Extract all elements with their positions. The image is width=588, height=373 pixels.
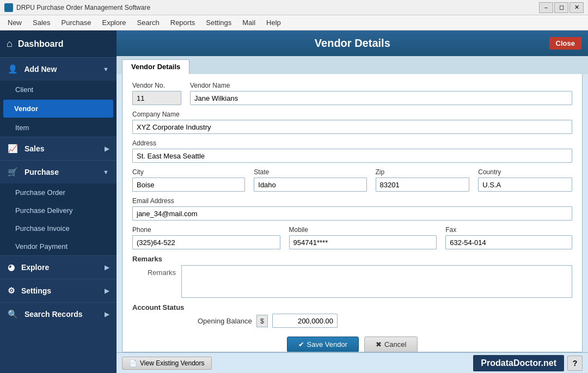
sales-label: Sales: [24, 144, 45, 153]
sidebar-add-new-header[interactable]: 👤 Add New ▼: [0, 58, 117, 81]
vendor-no-input[interactable]: [132, 91, 181, 105]
save-icon: ✔: [298, 340, 304, 348]
main-layout: ⌂ Dashboard 👤 Add New ▼ Client Vendor It…: [0, 30, 588, 373]
add-new-arrow: ▼: [103, 66, 109, 72]
sidebar-item-vendor-payment[interactable]: Vendor Payment: [0, 237, 117, 255]
sidebar-search-records-header[interactable]: 🔍 Search Records ▶: [0, 303, 117, 326]
search-records-icon: 🔍: [8, 309, 18, 319]
menu-reports[interactable]: Reports: [165, 16, 201, 29]
sidebar-settings-header[interactable]: ⚙ Settings ▶: [0, 279, 117, 302]
sidebar-section-settings: ⚙ Settings ▶: [0, 279, 117, 302]
cancel-button[interactable]: ✖ Cancel: [364, 337, 418, 352]
vendor-no-group: Vendor No.: [132, 82, 181, 105]
view-vendors-label: View Existing Vendors: [140, 359, 205, 367]
country-label: Country: [478, 168, 572, 176]
cancel-icon: ✖: [376, 340, 382, 348]
city-input[interactable]: [132, 178, 245, 192]
close-button[interactable]: Close: [549, 37, 581, 50]
address-label: Address: [132, 139, 572, 147]
vendor-name-input[interactable]: [190, 91, 572, 105]
sales-arrow: ▶: [105, 145, 109, 152]
zip-group: Zip: [376, 168, 470, 192]
vendor-form: Vendor No. Vendor Name Company Name Addr…: [122, 74, 583, 352]
save-label: Save Vendor: [307, 340, 347, 348]
phone-mobile-fax-row: Phone Mobile Fax: [132, 226, 572, 249]
app-icon: [4, 3, 13, 12]
city-label: City: [132, 168, 245, 176]
email-label: Email Address: [132, 197, 572, 205]
email-input[interactable]: [132, 206, 572, 221]
window-close-button[interactable]: ✕: [569, 2, 584, 13]
minimize-button[interactable]: −: [539, 2, 553, 13]
sidebar-purchase-header[interactable]: 🛒 Purchase ▼: [0, 161, 117, 184]
address-input[interactable]: [132, 149, 572, 163]
country-input[interactable]: [478, 178, 572, 192]
phone-label: Phone: [132, 226, 280, 234]
vendor-name-label: Vendor Name: [190, 82, 572, 89]
tab-vendor-details[interactable]: Vendor Details: [122, 59, 189, 74]
sidebar-item-purchase-invoice[interactable]: Purchase Invoice: [0, 219, 117, 237]
sidebar-item-purchase-delivery[interactable]: Purchase Delivery: [0, 201, 117, 219]
account-status-title: Account Status: [132, 303, 572, 311]
menu-sales[interactable]: Sales: [27, 16, 56, 29]
view-existing-vendors-button[interactable]: 📄 View Existing Vendors: [122, 357, 212, 370]
title-bar-controls: − ◻ ✕: [539, 2, 584, 13]
opening-balance-row: Opening Balance $: [132, 314, 572, 328]
company-name-input[interactable]: [132, 120, 572, 134]
state-input[interactable]: [254, 178, 366, 192]
sidebar-explore-header[interactable]: ◕ Explore ▶: [0, 256, 117, 279]
add-new-subitems: Client Vendor Item: [0, 81, 117, 137]
add-new-label: Add New: [24, 65, 57, 74]
sidebar-item-client[interactable]: Client: [0, 81, 117, 99]
sidebar-dashboard[interactable]: ⌂ Dashboard: [0, 30, 117, 57]
menu-new[interactable]: New: [2, 16, 27, 29]
vendor-no-label: Vendor No.: [132, 82, 181, 89]
sidebar-sales-header[interactable]: 📈 Sales ▶: [0, 137, 117, 160]
settings-arrow: ▶: [105, 288, 109, 295]
menu-help[interactable]: Help: [261, 16, 286, 29]
remarks-row: Remarks: [132, 265, 572, 298]
vendor-details-title: Vendor Details: [156, 37, 549, 50]
sales-icon: 📈: [8, 144, 18, 153]
remarks-section: Remarks Remarks: [132, 255, 572, 298]
menu-explore[interactable]: Explore: [96, 16, 131, 29]
company-name-group: Company Name: [132, 111, 572, 134]
sidebar-item-purchase-order[interactable]: Purchase Order: [0, 184, 117, 201]
email-group: Email Address: [132, 197, 572, 221]
save-vendor-button[interactable]: ✔ Save Vendor: [287, 337, 359, 352]
dollar-sign: $: [256, 315, 268, 327]
fax-input[interactable]: [445, 235, 572, 249]
menu-mail[interactable]: Mail: [237, 16, 261, 29]
menu-bar: New Sales Purchase Explore Search Report…: [0, 15, 588, 30]
purchase-subitems: Purchase Order Purchase Delivery Purchas…: [0, 184, 117, 255]
menu-purchase[interactable]: Purchase: [56, 16, 97, 29]
branding-area: ProdataDoctor.net ?: [473, 355, 583, 371]
opening-balance-input[interactable]: [272, 314, 338, 328]
city-state-zip-country-row: City State Zip Country: [132, 168, 572, 192]
explore-icon: ◕: [8, 262, 15, 272]
remarks-section-title: Remarks: [132, 255, 572, 263]
purchase-arrow: ▼: [103, 169, 109, 175]
phone-input[interactable]: [132, 235, 280, 249]
sidebar-item-item[interactable]: Item: [0, 119, 117, 137]
sidebar-item-vendor[interactable]: Vendor: [3, 100, 113, 118]
zip-input[interactable]: [376, 178, 470, 192]
state-label: State: [254, 168, 366, 176]
dashboard-icon: ⌂: [7, 38, 13, 50]
address-group: Address: [132, 139, 572, 163]
mobile-input[interactable]: [289, 235, 437, 249]
vendor-header: Vendor Details Close: [117, 30, 588, 56]
purchase-icon: 🛒: [8, 167, 18, 176]
maximize-button[interactable]: ◻: [554, 2, 568, 13]
sidebar-section-add-new: 👤 Add New ▼ Client Vendor Item: [0, 57, 117, 137]
branding-text: ProdataDoctor.net: [473, 355, 564, 371]
help-button[interactable]: ?: [567, 356, 583, 371]
cancel-label: Cancel: [384, 340, 406, 348]
account-status-section: Account Status Opening Balance $: [132, 303, 572, 328]
bottom-bar: 📄 View Existing Vendors ProdataDoctor.ne…: [117, 352, 588, 373]
sidebar: ⌂ Dashboard 👤 Add New ▼ Client Vendor It…: [0, 30, 117, 373]
menu-search[interactable]: Search: [132, 16, 165, 29]
menu-settings[interactable]: Settings: [200, 16, 237, 29]
remarks-textarea[interactable]: [181, 265, 572, 298]
view-vendors-icon: 📄: [129, 359, 137, 367]
